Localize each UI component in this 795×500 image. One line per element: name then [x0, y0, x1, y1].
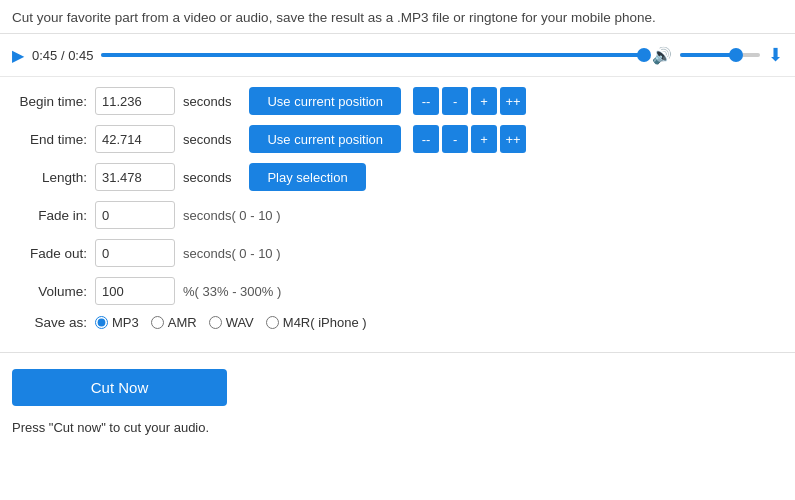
begin-time-unit: seconds	[183, 94, 231, 109]
begin-time-input[interactable]	[95, 87, 175, 115]
download-icon[interactable]: ⬇	[768, 44, 783, 66]
begin-step-minus-minus[interactable]: --	[413, 87, 439, 115]
end-step-plus[interactable]: +	[471, 125, 497, 153]
volume-note: %( 33% - 300% )	[183, 284, 281, 299]
volume-track[interactable]	[680, 53, 760, 57]
save-as-label: Save as:	[12, 315, 87, 330]
progress-fill	[101, 53, 644, 57]
format-m4r-option[interactable]: M4R( iPhone )	[266, 315, 367, 330]
end-time-unit: seconds	[183, 132, 231, 147]
progress-track[interactable]	[101, 53, 644, 57]
cut-now-row: Cut Now	[0, 361, 795, 412]
end-use-current-button[interactable]: Use current position	[249, 125, 401, 153]
format-mp3-radio[interactable]	[95, 316, 108, 329]
volume-row: Volume: %( 33% - 300% )	[12, 277, 783, 305]
bottom-note: Press "Cut now" to cut your audio.	[0, 412, 795, 443]
fade-in-label: Fade in:	[12, 208, 87, 223]
begin-time-label: Begin time:	[12, 94, 87, 109]
cut-now-button[interactable]: Cut Now	[12, 369, 227, 406]
format-amr-option[interactable]: AMR	[151, 315, 197, 330]
volume-fill	[680, 53, 736, 57]
save-format-group: MP3 AMR WAV M4R( iPhone )	[95, 315, 367, 330]
time-display: 0:45 / 0:45	[32, 48, 93, 63]
begin-step-minus[interactable]: -	[442, 87, 468, 115]
format-mp3-label: MP3	[112, 315, 139, 330]
format-m4r-label: M4R( iPhone )	[283, 315, 367, 330]
length-row: Length: seconds Play selection	[12, 163, 783, 191]
format-m4r-radio[interactable]	[266, 316, 279, 329]
format-wav-label: WAV	[226, 315, 254, 330]
fade-in-input[interactable]	[95, 201, 175, 229]
save-as-row: Save as: MP3 AMR WAV M4R( iPhone )	[12, 315, 783, 330]
end-step-buttons: -- - + ++	[413, 125, 526, 153]
format-amr-radio[interactable]	[151, 316, 164, 329]
begin-use-current-button[interactable]: Use current position	[249, 87, 401, 115]
fade-in-row: Fade in: seconds( 0 - 10 )	[12, 201, 783, 229]
volume-icon: 🔊	[652, 46, 672, 65]
begin-step-buttons: -- - + ++	[413, 87, 526, 115]
end-time-label: End time:	[12, 132, 87, 147]
controls-area: Begin time: seconds Use current position…	[0, 77, 795, 352]
format-wav-radio[interactable]	[209, 316, 222, 329]
length-input[interactable]	[95, 163, 175, 191]
begin-time-row: Begin time: seconds Use current position…	[12, 87, 783, 115]
fade-out-row: Fade out: seconds( 0 - 10 )	[12, 239, 783, 267]
volume-input[interactable]	[95, 277, 175, 305]
format-mp3-option[interactable]: MP3	[95, 315, 139, 330]
end-step-minus[interactable]: -	[442, 125, 468, 153]
end-time-input[interactable]	[95, 125, 175, 153]
fade-out-label: Fade out:	[12, 246, 87, 261]
fade-out-note: seconds( 0 - 10 )	[183, 246, 281, 261]
begin-step-plus-plus[interactable]: ++	[500, 87, 526, 115]
format-wav-option[interactable]: WAV	[209, 315, 254, 330]
progress-thumb	[637, 48, 651, 62]
length-label: Length:	[12, 170, 87, 185]
play-selection-button[interactable]: Play selection	[249, 163, 365, 191]
format-amr-label: AMR	[168, 315, 197, 330]
volume-label: Volume:	[12, 284, 87, 299]
end-step-minus-minus[interactable]: --	[413, 125, 439, 153]
end-time-row: End time: seconds Use current position -…	[12, 125, 783, 153]
end-step-plus-plus[interactable]: ++	[500, 125, 526, 153]
fade-in-note: seconds( 0 - 10 )	[183, 208, 281, 223]
play-button[interactable]: ▶	[12, 46, 24, 65]
player-row: ▶ 0:45 / 0:45 🔊 ⬇	[0, 34, 795, 77]
length-unit: seconds	[183, 170, 231, 185]
begin-step-plus[interactable]: +	[471, 87, 497, 115]
volume-thumb	[729, 48, 743, 62]
fade-out-input[interactable]	[95, 239, 175, 267]
description-text: Cut your favorite part from a video or a…	[0, 0, 795, 34]
